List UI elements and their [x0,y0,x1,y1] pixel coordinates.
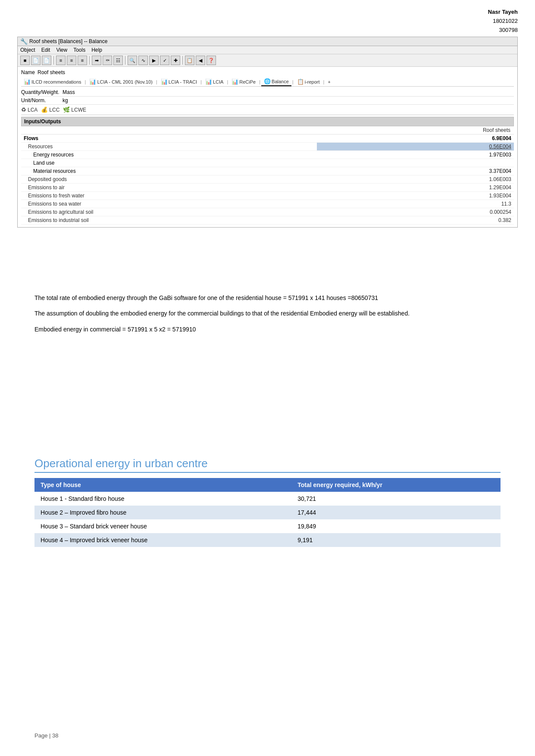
toolbar-btn-wave[interactable]: ∿ [138,56,148,65]
table-row: Emissions to fresh water1.93E004 [21,192,514,200]
tab-add[interactable]: + [325,78,333,85]
flow-value: 1.29E004 [317,184,514,192]
toolbar-btn-fork[interactable]: ⚰ [103,56,112,65]
body-para1: The total rate of embodied energy throug… [34,293,501,303]
tab-traci-label: LCIA - TRACI [169,79,197,84]
flow-value: 1.93E004 [317,192,514,200]
flow-label: Energy resources [21,151,317,159]
toolbar-btn-target[interactable]: ✚ [171,56,180,65]
toolbar-btn-3[interactable]: 📄 [42,56,51,65]
toolbar-sep-3 [125,56,125,65]
flow-label: Emissions to air [21,184,317,192]
flow-label: Emissions to sea water [21,200,317,208]
toolbar-btn-arrow[interactable]: ➡ [92,56,101,65]
qty-value: Mass [63,89,75,95]
tab-lcia-cml[interactable]: 📊 LCIA - CML 2001 (Nov.10) [87,78,155,86]
window-title: Roof sheets [Balances] -- Balance [29,38,107,44]
table-row: Energy resources1.97E003 [21,151,514,159]
menu-help[interactable]: Help [91,47,102,53]
house-type: House 1 - Standard fibro house [34,492,291,506]
window-titlebar: 🔧 Roof sheets [Balances] -- Balance [18,37,517,46]
unit-value: kg [63,97,68,103]
toolbar-btn-1[interactable]: ■ [20,56,30,65]
menu-object[interactable]: Object [20,47,35,53]
flow-label: Deposited goods [21,175,317,184]
lca-tab-lcc-label: LCC [49,107,59,113]
unit-label: Unit/Norm. [21,97,60,103]
globe-icon-balance: 🌐 [264,78,271,84]
energy-value: 19,849 [291,519,501,533]
col-type-header: Type of house [34,478,291,492]
lca-tab-lcwe[interactable]: 🌿 LCWE [63,106,86,113]
table-row: Land use [21,159,514,167]
toolbar-btn-2[interactable]: 📄 [31,56,41,65]
toolbar-btn-4[interactable]: ≡ [56,56,66,65]
code-value: 300798 [488,26,518,35]
chart-icon-ilcd: 📊 [24,78,31,85]
menu-view[interactable]: View [56,47,67,53]
table-row: Emissions to agricultural soil0.000254 [21,208,514,216]
toolbar-btn-cursor[interactable]: ▶ [149,56,159,65]
header-info: Nasr Tayeh 18021022 300798 [488,8,518,34]
list-item: House 2 – Improved fibro house17,444 [34,506,501,519]
name-row: Name Roof sheets [21,69,514,75]
page-footer: Page | 38 [34,732,58,739]
toolbar-btn-back[interactable]: ◀ [196,56,205,65]
window-toolbar: ■ 📄 📄 ≡ ≡ ≡ ➡ ⚰ ☷ 🔍 ∿ ▶ ✓ ✚ 📋 ◀ ❓ [18,54,517,67]
table-row: Emissions to industrial soil0.382 [21,216,514,225]
menu-tools[interactable]: Tools [73,47,85,53]
operational-table: Type of house Total energy required, kWh… [34,478,501,547]
table-row: Emissions to sea water11.3 [21,200,514,208]
tab-ireport[interactable]: 📋 i-report [294,78,322,86]
name-value: Roof sheets [38,69,65,75]
col-header-label [21,126,317,134]
toolbar-btn-5[interactable]: ≡ [67,56,76,65]
io-table: Roof sheets Flows6.9E004Resources0.56E00… [21,126,514,225]
tab-recipe-label: ReCiPe [239,79,256,84]
table-row: Flows6.9E004 [21,134,514,143]
menu-edit[interactable]: Edit [41,47,50,53]
toolbar-btn-check[interactable]: ✓ [160,56,169,65]
toolbar-btn-doc[interactable]: 📋 [185,56,194,65]
col-energy-header: Total energy required, kWh/yr [291,478,501,492]
operational-section: Operational energy in urban centre Type … [34,457,501,547]
lca-tab-lcc[interactable]: 💰 LCC [41,106,59,113]
body-para2: The assumption of doubling the embodied … [34,309,501,318]
io-section: Inputs/Outputs Roof sheets Flows6.9E004R… [21,117,514,225]
tab-balance-label: Balance [272,79,289,84]
house-type: House 4 – Improved brick veneer house [34,533,291,547]
lca-icon: ♻ [21,106,26,113]
tab-balance[interactable]: 🌐 Balance [261,77,291,86]
tab-recipe[interactable]: 📊 ReCiPe [229,78,258,86]
author-name: Nasr Tayeh [488,8,518,17]
toolbar-btn-6[interactable]: ≡ [78,56,87,65]
flow-label: Emissions to industrial soil [21,216,317,225]
page-number: Page | 38 [34,732,58,739]
tabs-bar: 📊 ILCD recommendations | 📊 LCIA - CML 20… [21,77,514,87]
flow-value: 0.382 [317,216,514,225]
flow-value: 0.000254 [317,208,514,216]
energy-value: 9,191 [291,533,501,547]
toolbar-btn-grid[interactable]: ☷ [113,56,123,65]
software-window: 🔧 Roof sheets [Balances] -- Balance Obje… [17,37,518,228]
lcc-icon: 💰 [41,106,48,113]
toolbar-btn-search[interactable]: 🔍 [128,56,137,65]
tab-lcia-label: LCIA [213,79,223,84]
qty-label: Quantity/Weight. [21,89,60,95]
lcwe-icon: 🌿 [63,106,70,113]
operational-title: Operational energy in urban centre [34,457,501,473]
tab-lcia[interactable]: 📊 LCIA [203,78,226,86]
tab-ilcd[interactable]: 📊 ILCD recommendations [21,78,84,86]
lca-tab-lca[interactable]: ♻ LCA [21,106,38,113]
flow-value: 1.97E003 [317,151,514,159]
list-item: House 4 – Improved brick veneer house9,1… [34,533,501,547]
tab-ilcd-label: ILCD recommendations [31,79,81,84]
flow-value: 11.3 [317,200,514,208]
flow-label: Resources [21,143,317,151]
report-icon: 📋 [297,78,304,85]
toolbar-btn-help[interactable]: ❓ [206,56,216,65]
house-type: House 2 – Improved fibro house [34,506,291,519]
flow-label: Emissions to agricultural soil [21,208,317,216]
tab-lcia-traci[interactable]: 📊 LCIA - TRACI [158,78,200,86]
flow-label: Flows [21,134,317,143]
